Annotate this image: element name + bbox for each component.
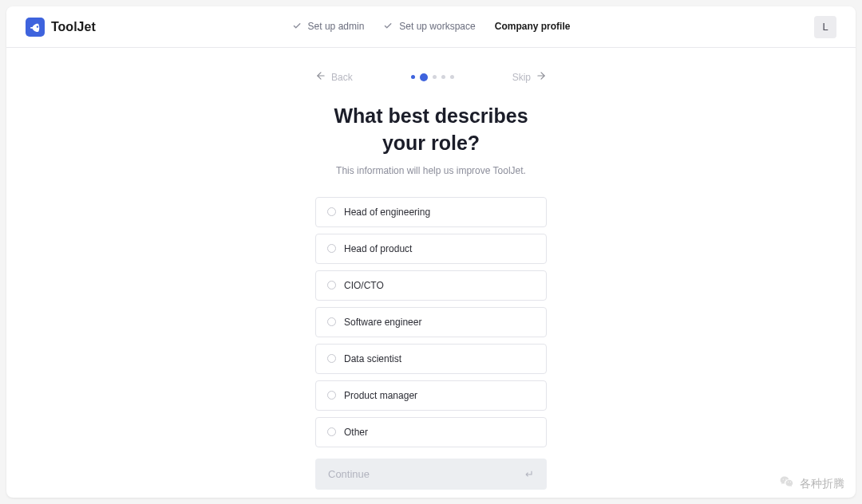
continue-button[interactable]: Continue ↵ [315, 459, 547, 490]
question-subtitle: This information will help us improve To… [315, 165, 547, 176]
option-software-engineer[interactable]: Software engineer [315, 307, 547, 337]
app-header: ToolJet Set up admin Set up workspace [6, 6, 856, 48]
watermark-text: 各种折腾 [800, 477, 844, 491]
step-label: Company profile [495, 21, 571, 32]
step-setup-admin[interactable]: Set up admin [292, 21, 365, 33]
step-label: Set up workspace [399, 21, 475, 32]
nav-row: Back Skip [315, 70, 547, 84]
arrow-right-icon [536, 70, 547, 84]
watermark: 各种折腾 [779, 474, 844, 493]
app-window: ToolJet Set up admin Set up workspace [6, 6, 856, 498]
progress-dot [433, 75, 437, 79]
wechat-icon [779, 474, 795, 493]
radio-icon [327, 317, 336, 326]
onboarding-steps: Set up admin Set up workspace Company pr… [292, 21, 571, 33]
role-options: Head of engineering Head of product CIO/… [315, 197, 547, 447]
option-label: CIO/CTO [344, 280, 384, 291]
enter-key-icon: ↵ [525, 468, 534, 480]
radio-icon [327, 427, 336, 436]
skip-button[interactable]: Skip [512, 70, 547, 84]
step-label: Set up admin [308, 21, 365, 32]
radio-icon [327, 244, 336, 253]
option-label: Head of product [344, 243, 412, 254]
onboarding-content: Back Skip What best describes your role?… [315, 48, 547, 490]
radio-icon [327, 207, 336, 216]
progress-dot [411, 75, 415, 79]
logo-text: ToolJet [51, 20, 96, 34]
option-head-product[interactable]: Head of product [315, 234, 547, 264]
progress-dot [441, 75, 445, 79]
option-label: Software engineer [344, 317, 421, 328]
option-head-engineering[interactable]: Head of engineering [315, 197, 547, 227]
radio-icon [327, 391, 336, 400]
option-label: Other [344, 427, 368, 438]
progress-dots [411, 73, 454, 81]
check-icon [292, 22, 302, 31]
option-product-manager[interactable]: Product manager [315, 380, 547, 411]
avatar[interactable]: L [814, 16, 836, 38]
progress-dot-current [420, 73, 428, 81]
back-label: Back [331, 72, 353, 83]
progress-dot [450, 75, 454, 79]
step-company-profile[interactable]: Company profile [495, 21, 571, 33]
check-icon [383, 22, 393, 31]
radio-icon [327, 354, 336, 363]
back-button[interactable]: Back [315, 70, 353, 84]
option-other[interactable]: Other [315, 417, 547, 447]
question-title: What best describes your role? [315, 103, 547, 157]
option-label: Product manager [344, 390, 417, 401]
option-cio-cto[interactable]: CIO/CTO [315, 270, 547, 301]
avatar-initial: L [822, 21, 828, 33]
logo[interactable]: ToolJet [26, 18, 96, 37]
option-data-scientist[interactable]: Data scientist [315, 344, 547, 374]
radio-icon [327, 281, 336, 289]
skip-label: Skip [512, 72, 531, 83]
rocket-icon [26, 18, 45, 37]
option-label: Data scientist [344, 353, 401, 364]
continue-label: Continue [328, 468, 370, 480]
arrow-left-icon [315, 70, 326, 84]
option-label: Head of engineering [344, 207, 430, 218]
step-setup-workspace[interactable]: Set up workspace [383, 21, 475, 33]
